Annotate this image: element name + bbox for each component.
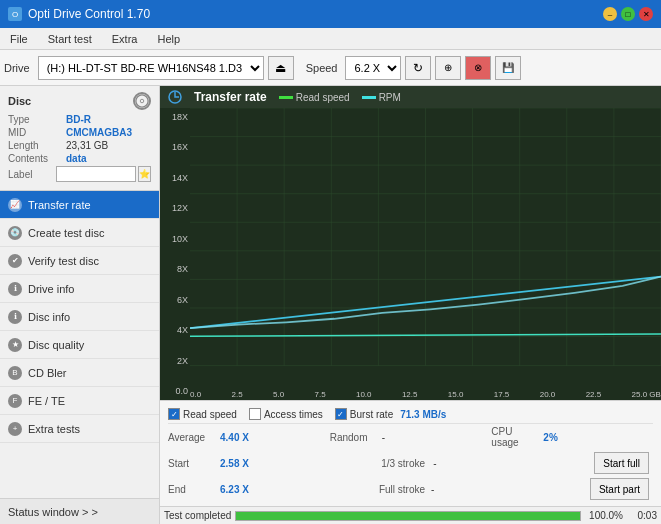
progress-time: 0:03 (627, 510, 657, 521)
random-stat: Random - (330, 430, 492, 445)
start-stat: Start 2.58 X (168, 456, 381, 471)
full-stroke-label: Full stroke (379, 484, 427, 495)
toolbar-btn3[interactable]: ⊗ (465, 56, 491, 80)
label-button[interactable]: ⭐ (138, 166, 151, 182)
disc-quality-icon: ★ (8, 338, 22, 352)
y-label-0: 0.0 (162, 386, 188, 396)
cpu-value: 2% (543, 432, 579, 443)
minimize-button[interactable]: – (603, 7, 617, 21)
verify-test-disc-icon: ✔ (8, 254, 22, 268)
status-window-button[interactable]: Status window > > (0, 498, 159, 524)
label-input[interactable] (56, 166, 136, 182)
app-title: Opti Drive Control 1.70 (28, 7, 150, 21)
stroke13-value: - (433, 458, 436, 469)
stats-row-1: Average 4.40 X Random - CPU usage 2% (168, 424, 653, 450)
start-full-button[interactable]: Start full (594, 452, 649, 474)
legend-rpm: RPM (362, 92, 401, 103)
maximize-button[interactable]: □ (621, 7, 635, 21)
main-layout: Disc Type BD-R MID CMCMAGBA3 Length 23,3… (0, 86, 661, 524)
nav-verify-test-disc-label: Verify test disc (28, 255, 99, 267)
stats-row-2: Start 2.58 X 1/3 stroke - Start full (168, 450, 653, 476)
speed-label: Speed (306, 62, 338, 74)
legend-row: ✓ Read speed Access times ✓ Burst rate 7… (168, 405, 653, 424)
menu-help[interactable]: Help (151, 31, 186, 47)
nav-cd-bler[interactable]: B CD Bler (0, 359, 159, 387)
progress-bar (235, 511, 581, 521)
refresh-button[interactable]: ↻ (405, 56, 431, 80)
x-label-10: 10.0 (356, 390, 372, 399)
nav-drive-info[interactable]: ℹ Drive info (0, 275, 159, 303)
svg-point-0 (136, 95, 148, 107)
chart-icon (168, 90, 182, 104)
legend-rpm-label: RPM (379, 92, 401, 103)
burst-rate-value: 71.3 MB/s (400, 409, 446, 420)
avg-value: 4.40 X (220, 432, 256, 443)
nav-disc-quality[interactable]: ★ Disc quality (0, 331, 159, 359)
close-button[interactable]: ✕ (639, 7, 653, 21)
drive-label: Drive (4, 62, 30, 74)
x-label-5: 5.0 (273, 390, 284, 399)
y-label-2x: 2X (162, 356, 188, 366)
nav-transfer-rate[interactable]: 📈 Transfer rate (0, 191, 159, 219)
title-bar: O Opti Drive Control 1.70 – □ ✕ (0, 0, 661, 28)
read-speed-checkbox[interactable]: ✓ (168, 408, 180, 420)
nav-disc-info[interactable]: ℹ Disc info (0, 303, 159, 331)
type-label: Type (8, 114, 66, 125)
drive-select[interactable]: (H:) HL-DT-ST BD-RE WH16NS48 1.D3 (38, 56, 264, 80)
nav-extra-tests-label: Extra tests (28, 423, 80, 435)
cpu-label: CPU usage (491, 426, 539, 448)
speed-select[interactable]: 6.2 X (345, 56, 401, 80)
menu-start-test[interactable]: Start test (42, 31, 98, 47)
x-label-2-5: 2.5 (231, 390, 242, 399)
access-times-label: Access times (264, 409, 323, 420)
y-label-18x: 18X (162, 112, 188, 122)
type-value: BD-R (66, 114, 91, 125)
y-label-10x: 10X (162, 234, 188, 244)
burst-rate-checkbox[interactable]: ✓ (335, 408, 347, 420)
progress-fill (236, 512, 580, 520)
progress-percent: 100.0% (585, 510, 623, 521)
contents-label: Contents (8, 153, 66, 164)
menu-extra[interactable]: Extra (106, 31, 144, 47)
status-window-label: Status window > > (8, 506, 98, 518)
chart-title: Transfer rate (194, 90, 267, 104)
svg-point-1 (140, 99, 144, 103)
nav-verify-test-disc[interactable]: ✔ Verify test disc (0, 247, 159, 275)
progress-container: Test completed 100.0% 0:03 (160, 506, 661, 524)
eject-button[interactable]: ⏏ (268, 56, 294, 80)
start-part-button[interactable]: Start part (590, 478, 649, 500)
start-label: Start (168, 458, 216, 469)
chart-svg (190, 108, 661, 389)
y-label-14x: 14X (162, 173, 188, 183)
cpu-stat: CPU usage 2% (491, 424, 653, 450)
cd-bler-icon: B (8, 366, 22, 380)
avg-stat: Average 4.40 X (168, 430, 330, 445)
legend-read: Read speed (279, 92, 350, 103)
random-value: - (382, 432, 385, 443)
burst-rate-check: ✓ Burst rate 71.3 MB/s (335, 408, 447, 420)
status-text: Test completed (164, 510, 231, 521)
read-speed-check: ✓ Read speed (168, 408, 237, 420)
nav-extra-tests[interactable]: + Extra tests (0, 415, 159, 443)
x-label-17-5: 17.5 (494, 390, 510, 399)
random-label: Random (330, 432, 378, 443)
nav-fe-te[interactable]: F FE / TE (0, 387, 159, 415)
content-area: Transfer rate Read speed RPM 18X 16X 14X… (160, 86, 661, 524)
x-label-0: 0.0 (190, 390, 201, 399)
full-stroke-stat: Full stroke - (379, 482, 590, 497)
y-label-8x: 8X (162, 264, 188, 274)
toolbar-btn4[interactable]: 💾 (495, 56, 521, 80)
contents-value: data (66, 153, 87, 164)
end-stat: End 6.23 X (168, 482, 379, 497)
nav-create-test-disc[interactable]: 💿 Create test disc (0, 219, 159, 247)
sidebar: Disc Type BD-R MID CMCMAGBA3 Length 23,3… (0, 86, 160, 524)
burst-rate-label: Burst rate (350, 409, 393, 420)
menu-file[interactable]: File (4, 31, 34, 47)
stats-row-3: End 6.23 X Full stroke - Start part (168, 476, 653, 502)
access-times-checkbox[interactable] (249, 408, 261, 420)
fe-te-icon: F (8, 394, 22, 408)
nav-drive-info-label: Drive info (28, 283, 74, 295)
toolbar-btn2[interactable]: ⊕ (435, 56, 461, 80)
length-value: 23,31 GB (66, 140, 108, 151)
y-label-4x: 4X (162, 325, 188, 335)
